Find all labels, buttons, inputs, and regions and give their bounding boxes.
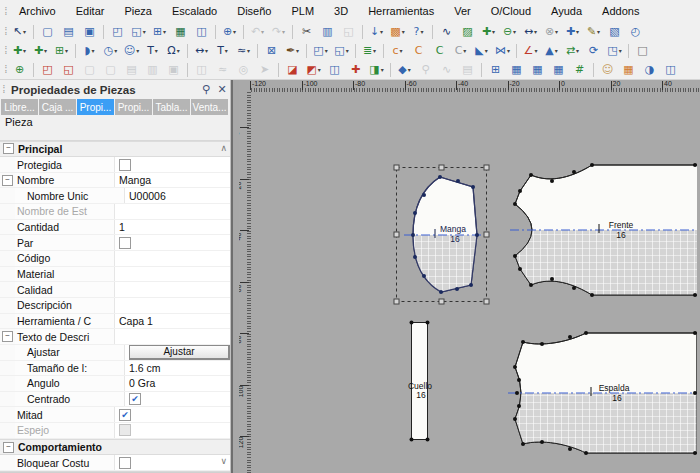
panel-grip[interactable]: ⁞ bbox=[0, 84, 7, 95]
menu-3d[interactable]: 3D bbox=[324, 2, 358, 20]
cut-button[interactable]: ✂ bbox=[296, 22, 317, 41]
prop-value-text[interactable]: 1 bbox=[119, 221, 125, 233]
seam-value-button[interactable]: ≈▾ bbox=[233, 41, 254, 60]
flag-tool-button[interactable]: ▨ bbox=[457, 22, 478, 41]
collapse-icon[interactable]: − bbox=[3, 442, 14, 453]
selection-handle[interactable] bbox=[439, 165, 444, 170]
tab-2[interactable]: Propi... bbox=[77, 99, 114, 115]
pattern-canvas[interactable]: Frente 16 Espalda bbox=[239, 80, 700, 473]
text-size-button[interactable]: T▾ bbox=[212, 41, 233, 60]
print-preview-button[interactable]: ◱▾ bbox=[128, 22, 149, 41]
report-window-button[interactable]: ⊞ bbox=[485, 60, 506, 79]
notch-tool-button[interactable]: ▧ bbox=[604, 22, 625, 41]
menu-addons[interactable]: Addons bbox=[592, 2, 649, 20]
collapse-icon[interactable]: − bbox=[2, 175, 13, 186]
piece-cuello[interactable]: Cuello 16 bbox=[408, 321, 432, 442]
fold-piece-2-button[interactable]: ◩▾ bbox=[303, 60, 324, 79]
piece-manga[interactable]: Manga 16 bbox=[394, 165, 489, 304]
measure-tool-button[interactable]: ↔▾ bbox=[520, 22, 541, 41]
half-tool-button[interactable]: ◗▾ bbox=[79, 41, 100, 60]
open-marker-button[interactable]: ◰ bbox=[37, 60, 58, 79]
menu-archivo[interactable]: Archivo bbox=[9, 2, 66, 20]
tab-4[interactable]: Tabla... bbox=[153, 99, 190, 115]
overlay-tool-button[interactable]: ◫ bbox=[324, 60, 345, 79]
seam-close-button[interactable]: C bbox=[408, 41, 429, 60]
print-button[interactable]: ◰ bbox=[107, 22, 128, 41]
checkbox-protegida[interactable] bbox=[119, 159, 131, 171]
open-document-button[interactable]: ▤ bbox=[58, 22, 79, 41]
new-document-button[interactable]: ▢ bbox=[37, 22, 58, 41]
pen-nib-tool-button[interactable]: ✒▾ bbox=[282, 41, 303, 60]
toolbar-grip[interactable]: ⁞ bbox=[2, 6, 9, 17]
excel-export-button[interactable]: ▦ bbox=[170, 22, 191, 41]
piece-espalda[interactable]: Espalda 16 bbox=[508, 331, 697, 458]
scroll-up-icon[interactable]: ∧ bbox=[220, 143, 227, 153]
prop-value-text[interactable]: Manga bbox=[119, 174, 151, 186]
copy-format-button[interactable]: ◳▾ bbox=[604, 41, 625, 60]
prism-tool-button[interactable]: ◆▾ bbox=[394, 60, 415, 79]
menu-herramientas[interactable]: Herramientas bbox=[358, 2, 444, 20]
checkbox-centrado[interactable]: ✔ bbox=[129, 393, 141, 405]
menu-ver[interactable]: Ver bbox=[444, 2, 481, 20]
add-piece-button[interactable]: ✚▾ bbox=[9, 41, 30, 60]
save-marker-button[interactable]: ◱ bbox=[58, 60, 79, 79]
toolbar-grip[interactable]: ⁞ bbox=[2, 45, 9, 56]
menu-plm[interactable]: PLM bbox=[281, 2, 324, 20]
menu-ocloud[interactable]: O/Cloud bbox=[481, 2, 541, 20]
scroll-down-icon[interactable]: ∨ bbox=[220, 456, 227, 466]
copy-button[interactable]: ▥ bbox=[317, 22, 338, 41]
seam-open-button[interactable]: c▾ bbox=[387, 41, 408, 60]
tab-0[interactable]: Libre... bbox=[1, 99, 38, 115]
panel-splitter[interactable] bbox=[231, 80, 239, 473]
pin-icon[interactable]: ⚲ bbox=[198, 83, 214, 96]
checkbox-bloquearcostu[interactable] bbox=[119, 457, 131, 469]
menu-pieza[interactable]: Pieza bbox=[114, 2, 162, 20]
menu-editar[interactable]: Editar bbox=[66, 2, 115, 20]
measure-line-button[interactable]: ↔▾ bbox=[191, 41, 212, 60]
tab-5[interactable]: Venta... bbox=[191, 99, 228, 115]
size-table-2-button[interactable]: ▦ bbox=[527, 60, 548, 79]
symbol-tool-button[interactable]: ☺▾ bbox=[121, 41, 142, 60]
link-tool-button[interactable]: ⊗▾ bbox=[541, 22, 562, 41]
selection-handle[interactable] bbox=[484, 165, 489, 170]
omega-tool-button[interactable]: Ω▾ bbox=[163, 41, 184, 60]
selection-handle[interactable] bbox=[394, 299, 399, 304]
color-palette-button[interactable]: ◑ bbox=[639, 60, 660, 79]
rotate-angle-button[interactable]: ∠▾ bbox=[520, 41, 541, 60]
menu-escalado[interactable]: Escalado bbox=[162, 2, 227, 20]
prop-value-text[interactable]: 1.6 cm bbox=[129, 362, 161, 374]
close-icon[interactable]: ✕ bbox=[214, 83, 230, 96]
add-point-button[interactable]: ✚▾ bbox=[478, 22, 499, 41]
pen-tool-button[interactable]: ✎▾ bbox=[583, 22, 604, 41]
fold-piece-1-button[interactable]: ◪ bbox=[282, 60, 303, 79]
piece-frente[interactable]: Frente 16 bbox=[509, 163, 697, 300]
size-table-3-button[interactable]: ▦ bbox=[548, 60, 569, 79]
toolbar-grip[interactable]: ⁞ bbox=[2, 64, 9, 75]
sync-cloud-button[interactable]: ◴ bbox=[625, 22, 646, 41]
select-contour-button[interactable]: ≣▾ bbox=[359, 41, 380, 60]
image-preview-button[interactable]: ◫ bbox=[191, 22, 212, 41]
selection-handle[interactable] bbox=[484, 232, 489, 237]
user-profile-button[interactable]: ☺ bbox=[597, 60, 618, 79]
swap-pieces-button[interactable]: ⇄▾ bbox=[562, 41, 583, 60]
save-document-button[interactable]: ▣ bbox=[79, 22, 100, 41]
menu-diseo[interactable]: Diseño bbox=[227, 2, 281, 20]
add-internal-piece-button[interactable]: ✚▾ bbox=[30, 41, 51, 60]
circle-tool-button[interactable]: ◷▾ bbox=[100, 41, 121, 60]
checkbox-par[interactable] bbox=[119, 237, 131, 249]
selection-handle[interactable] bbox=[439, 299, 444, 304]
add-table-button[interactable]: ⊞▾ bbox=[51, 41, 72, 60]
fold-tool-button[interactable]: ▲▾ bbox=[541, 41, 562, 60]
help-button[interactable]: ?▾ bbox=[408, 22, 429, 41]
duplicate-piece-button[interactable]: ◱▾ bbox=[331, 41, 352, 60]
toolbar-grip[interactable]: ⁞ bbox=[2, 26, 9, 37]
selection-handle[interactable] bbox=[394, 232, 399, 237]
calculator-button[interactable]: # bbox=[569, 60, 590, 79]
size-table-1-button[interactable]: ▦ bbox=[506, 60, 527, 79]
collapse-icon[interactable]: − bbox=[2, 331, 13, 342]
align-points-button[interactable]: ✚▾ bbox=[562, 22, 583, 41]
selection-handle[interactable] bbox=[394, 165, 399, 170]
grid-window-button[interactable]: ◫ bbox=[660, 60, 681, 79]
menu-ayuda[interactable]: Ayuda bbox=[541, 2, 592, 20]
zoom-in-button[interactable]: ⊕▾ bbox=[219, 22, 240, 41]
